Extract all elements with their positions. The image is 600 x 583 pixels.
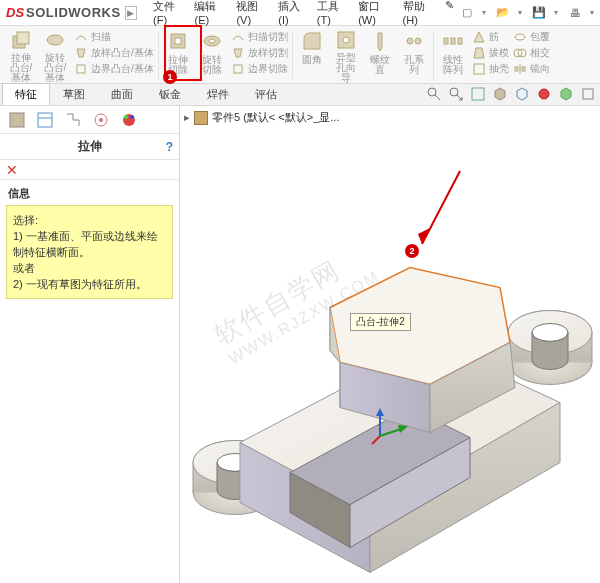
title-quick-icons: ▢▾ 📂▾ 💾▾ 🖶▾ [458, 4, 594, 22]
cmd-hole-series[interactable]: 孔系列 [397, 28, 431, 83]
restart-icon[interactable]: ▶ [125, 6, 137, 20]
menu-view[interactable]: 视图(V) [232, 0, 270, 28]
fillet-icon [299, 28, 325, 54]
cmd-extrude[interactable]: 拉伸凸台/基体 [4, 28, 38, 83]
menu-file[interactable]: 文件(F) [149, 0, 186, 28]
menu-edit[interactable]: 编辑(E) [190, 0, 228, 28]
cmd-mirror[interactable]: 镜向 [513, 62, 550, 76]
breadcrumb-arrow-icon[interactable]: ▸ [184, 111, 190, 124]
svg-rect-16 [474, 64, 484, 74]
tab-weldment[interactable]: 焊件 [194, 83, 242, 105]
section-icon[interactable] [514, 86, 530, 102]
zoom-icon[interactable] [426, 86, 442, 102]
cmd-wrap[interactable]: 包覆 [513, 30, 550, 44]
svg-marker-47 [398, 425, 408, 433]
info-line-4: 2) 一现有草图为特征所用。 [13, 276, 166, 292]
panel-tab-feature-tree-icon[interactable] [8, 111, 26, 129]
svg-rect-1 [17, 32, 29, 44]
cmd-loft[interactable]: 放样凸台/基体 [74, 46, 154, 60]
logo-ds: DS [6, 5, 24, 20]
model-view[interactable] [180, 132, 600, 583]
cmd-sweep-cut[interactable]: 扫描切割 [231, 30, 288, 44]
linear-pattern-icon [440, 28, 466, 54]
svg-rect-15 [458, 38, 462, 44]
menu-insert[interactable]: 插入(I) [274, 0, 308, 28]
tab-feature[interactable]: 特征 [2, 83, 50, 105]
face-tooltip: 凸台-拉伸2 [350, 313, 411, 331]
ribbon: 拉伸凸台/基体 旋转凸台/基体 扫描 放样凸台/基体 边界凸台/基体 拉伸切除 … [0, 26, 600, 84]
tab-evaluate[interactable]: 评估 [242, 83, 290, 105]
open-icon[interactable]: 📂 [494, 4, 512, 22]
menu-help[interactable]: 帮助(H) [399, 0, 437, 28]
tab-sheetmetal[interactable]: 钣金 [146, 83, 194, 105]
svg-line-23 [435, 95, 440, 100]
panel-tab-appearance-icon[interactable] [120, 111, 138, 129]
svg-line-48 [372, 436, 380, 444]
hide-show-icon[interactable] [580, 86, 596, 102]
cmd-sweep[interactable]: 扫描 [74, 30, 154, 44]
breadcrumb: ▸ 零件5 (默认< <默认>_显... [184, 110, 339, 125]
svg-point-17 [515, 34, 525, 40]
print-icon[interactable]: 🖶 [566, 4, 584, 22]
svg-rect-14 [451, 38, 455, 44]
ribbon-stack-misc: 筋 拔模 抽壳 [470, 28, 511, 83]
svg-rect-27 [583, 89, 593, 99]
hole-wizard-icon [333, 28, 359, 52]
svg-rect-29 [38, 113, 52, 127]
logo-solidworks: SOLIDWORKS [26, 5, 121, 20]
origin-triad [370, 406, 410, 446]
cmd-shell[interactable]: 抽壳 [472, 62, 509, 76]
cmd-rib[interactable]: 筋 [472, 30, 509, 44]
svg-point-22 [428, 88, 436, 96]
annotation-marker-1: 1 [163, 70, 177, 84]
view-orient-icon[interactable] [470, 86, 486, 102]
save-icon[interactable]: 💾 [530, 4, 548, 22]
svg-rect-21 [522, 67, 525, 71]
panel-info-box: 选择: 1) 一基准面、平面或边线来绘制特征横断面。 或者 2) 一现有草图为特… [6, 205, 173, 299]
panel-tab-config-icon[interactable] [64, 111, 82, 129]
new-icon[interactable]: ▢ [458, 4, 476, 22]
cmd-boundary-cut[interactable]: 边界切除 [231, 62, 288, 76]
panel-cancel[interactable]: ✕ [0, 160, 179, 180]
revolve-cut-icon [199, 28, 225, 54]
svg-point-11 [407, 38, 413, 44]
cmd-intersect[interactable]: 相交 [513, 46, 550, 60]
info-line-1: 选择: [13, 212, 166, 228]
extrude-icon [8, 28, 34, 52]
display-style-icon[interactable] [492, 86, 508, 102]
screw-icon [367, 28, 393, 54]
svg-marker-45 [376, 408, 384, 416]
svg-rect-8 [234, 65, 242, 73]
svg-point-12 [415, 38, 421, 44]
viewport[interactable]: ▸ 零件5 (默认< <默认>_显... [180, 106, 600, 583]
cmd-screw[interactable]: 螺纹直 [363, 28, 397, 83]
svg-point-26 [539, 89, 549, 99]
svg-rect-20 [515, 67, 518, 71]
menu-tools[interactable]: 工具(T) [313, 0, 350, 28]
cmd-boundary[interactable]: 边界凸台/基体 [74, 62, 154, 76]
cmd-fillet[interactable]: 圆角 [295, 28, 329, 83]
panel-tab-property-icon[interactable] [36, 111, 54, 129]
info-line-2: 1) 一基准面、平面或边线来绘制特征横断面。 [13, 228, 166, 260]
tab-sketch[interactable]: 草图 [50, 83, 98, 105]
tab-surface[interactable]: 曲面 [98, 83, 146, 105]
menu-window[interactable]: 窗口(W) [354, 0, 394, 28]
breadcrumb-text[interactable]: 零件5 (默认< <默认>_显... [212, 110, 339, 125]
panel-help-icon[interactable]: ? [166, 140, 173, 154]
cmd-linear-pattern[interactable]: 线性阵列 [436, 28, 470, 83]
cmd-loft-cut[interactable]: 放样切割 [231, 46, 288, 60]
zoom-fit-icon[interactable] [448, 86, 464, 102]
feature-panel: 拉伸 ? ✕ 信息 选择: 1) 一基准面、平面或边线来绘制特征横断面。 或者 … [0, 106, 180, 583]
title-bar: DS SOLIDWORKS ▶ 文件(F) 编辑(E) 视图(V) 插入(I) … [0, 0, 600, 26]
cmd-hole-wizard[interactable]: 异型孔向导 [329, 28, 363, 83]
scene-icon[interactable] [536, 86, 552, 102]
render-icon[interactable] [558, 86, 574, 102]
cmd-revolve[interactable]: 旋转凸台/基体 [38, 28, 72, 83]
svg-rect-13 [444, 38, 448, 44]
annotation-marker-2: 2 [405, 244, 419, 258]
cmd-draft[interactable]: 拔模 [472, 46, 509, 60]
menu-search-icon[interactable]: ✎ [441, 0, 458, 28]
panel-tab-dimxpert-icon[interactable] [92, 111, 110, 129]
svg-rect-3 [77, 65, 85, 73]
menu-bar: 文件(F) 编辑(E) 视图(V) 插入(I) 工具(T) 窗口(W) 帮助(H… [149, 0, 458, 28]
